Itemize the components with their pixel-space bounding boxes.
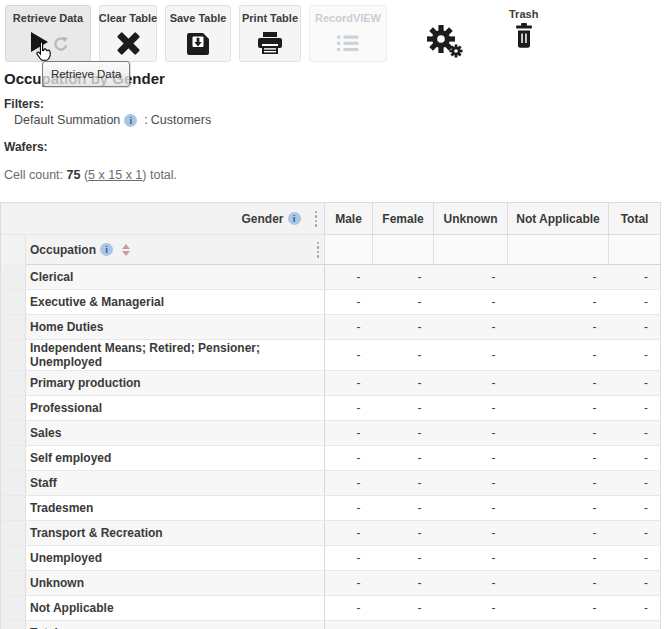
trash-label: Trash bbox=[509, 8, 538, 20]
value-cell: - bbox=[508, 396, 609, 421]
value-cell: - bbox=[508, 521, 609, 546]
row-label[interactable]: Home Duties bbox=[26, 315, 325, 340]
row-label[interactable]: Clerical bbox=[26, 265, 325, 290]
sort-arrows-icon[interactable] bbox=[122, 244, 130, 256]
value-cell: - bbox=[508, 546, 609, 571]
row-label[interactable]: Unknown bbox=[26, 571, 325, 596]
row-gutter bbox=[1, 290, 26, 315]
header-empty-cell bbox=[609, 235, 661, 265]
trash-icon[interactable] bbox=[514, 20, 534, 54]
row-gutter bbox=[1, 421, 26, 446]
row-label[interactable]: Total bbox=[26, 621, 325, 629]
value-cell: - bbox=[609, 471, 661, 496]
value-cell: - bbox=[434, 340, 508, 371]
info-icon[interactable]: i bbox=[124, 114, 137, 127]
column-header[interactable]: Male bbox=[325, 203, 373, 235]
value-cell: - bbox=[508, 496, 609, 521]
row-dimension-cell: Occupation i bbox=[26, 235, 325, 265]
tooltip-text: Retrieve Data bbox=[51, 68, 121, 80]
recordview-button: RecordVIEW bbox=[309, 5, 387, 62]
tooltip: Retrieve Data bbox=[42, 61, 130, 87]
clear-table-button[interactable]: Clear Table bbox=[99, 5, 157, 62]
table-row: Self employed----- bbox=[1, 446, 661, 471]
row-gutter bbox=[1, 621, 26, 629]
filter-separator: : bbox=[144, 113, 147, 127]
row-dimension-label[interactable]: Occupation bbox=[30, 243, 96, 257]
value-cell: - bbox=[508, 290, 609, 315]
retrieve-data-label: Retrieve Data bbox=[13, 12, 83, 24]
clear-table-label: Clear Table bbox=[99, 12, 158, 24]
value-cell: - bbox=[609, 546, 661, 571]
filters-heading: Filters: bbox=[4, 97, 664, 111]
cell-count-formula-link[interactable]: 5 x 15 x 1 bbox=[88, 168, 142, 182]
row-dimension-row: Occupation i bbox=[1, 235, 661, 265]
occupation-info-icon[interactable]: i bbox=[100, 243, 113, 256]
print-table-button[interactable]: Print Table bbox=[239, 5, 301, 62]
value-cell: - bbox=[434, 546, 508, 571]
row-label[interactable]: Sales bbox=[26, 421, 325, 446]
table-row: Staff----- bbox=[1, 471, 661, 496]
row-label[interactable]: Staff bbox=[26, 471, 325, 496]
value-cell: - bbox=[325, 571, 373, 596]
value-cell: - bbox=[609, 315, 661, 340]
value-cell: - bbox=[325, 546, 373, 571]
value-cell: - bbox=[434, 290, 508, 315]
row-gutter bbox=[1, 371, 26, 396]
col-dimension-label[interactable]: Gender bbox=[242, 212, 284, 226]
gender-info-icon[interactable]: i bbox=[288, 212, 301, 225]
row-label[interactable]: Primary production bbox=[26, 371, 325, 396]
row-label[interactable]: Unemployed bbox=[26, 546, 325, 571]
value-cell: - bbox=[325, 421, 373, 446]
value-cell: - bbox=[434, 571, 508, 596]
table-row: Professional----- bbox=[1, 396, 661, 421]
value-cell: - bbox=[373, 446, 434, 471]
row-label[interactable]: Self employed bbox=[26, 446, 325, 471]
save-table-button[interactable]: Save Table bbox=[165, 5, 231, 62]
value-cell: - bbox=[373, 621, 434, 629]
value-cell: - bbox=[325, 496, 373, 521]
value-cell: - bbox=[373, 396, 434, 421]
row-label[interactable]: Independent Means; Retired; Pensioner; U… bbox=[26, 340, 325, 371]
value-cell: - bbox=[373, 596, 434, 621]
column-header[interactable]: Not Applicable bbox=[508, 203, 609, 235]
recordview-label: RecordVIEW bbox=[315, 12, 381, 24]
row-label[interactable]: Professional bbox=[26, 396, 325, 421]
value-cell: - bbox=[508, 571, 609, 596]
settings-gears-icon[interactable] bbox=[425, 24, 465, 62]
row-label[interactable]: Transport & Recreation bbox=[26, 521, 325, 546]
drag-handle-icon[interactable] bbox=[315, 211, 318, 227]
value-cell: - bbox=[609, 521, 661, 546]
value-cell: - bbox=[609, 396, 661, 421]
table-row: Executive & Managerial----- bbox=[1, 290, 661, 315]
value-cell: - bbox=[609, 265, 661, 290]
value-cell: - bbox=[434, 421, 508, 446]
drag-handle-icon[interactable] bbox=[317, 242, 320, 258]
value-cell: - bbox=[373, 340, 434, 371]
column-header[interactable]: Female bbox=[373, 203, 434, 235]
value-cell: - bbox=[373, 546, 434, 571]
value-cell: - bbox=[609, 340, 661, 371]
save-table-label: Save Table bbox=[170, 12, 227, 24]
corner-cell: Gender i bbox=[1, 203, 325, 235]
header-empty-cell bbox=[373, 235, 434, 265]
paren-close: ) bbox=[142, 168, 146, 182]
value-cell: - bbox=[434, 265, 508, 290]
value-cell: - bbox=[325, 340, 373, 371]
toolbar: Retrieve Data Clear Table S bbox=[0, 0, 664, 62]
wafers-heading: Wafers: bbox=[4, 140, 664, 154]
column-header[interactable]: Unknown bbox=[434, 203, 508, 235]
refresh-icon bbox=[52, 36, 68, 56]
value-cell: - bbox=[434, 315, 508, 340]
table-row: Sales----- bbox=[1, 421, 661, 446]
value-cell: - bbox=[508, 621, 609, 629]
row-label[interactable]: Not Applicable bbox=[26, 596, 325, 621]
column-header[interactable]: Total bbox=[609, 203, 661, 235]
value-cell: - bbox=[325, 290, 373, 315]
header-empty-cell bbox=[434, 235, 508, 265]
header-empty-cell bbox=[325, 235, 373, 265]
row-label[interactable]: Executive & Managerial bbox=[26, 290, 325, 315]
table-row: Clerical----- bbox=[1, 265, 661, 290]
value-cell: - bbox=[434, 446, 508, 471]
row-label[interactable]: Tradesmen bbox=[26, 496, 325, 521]
value-cell: - bbox=[373, 315, 434, 340]
